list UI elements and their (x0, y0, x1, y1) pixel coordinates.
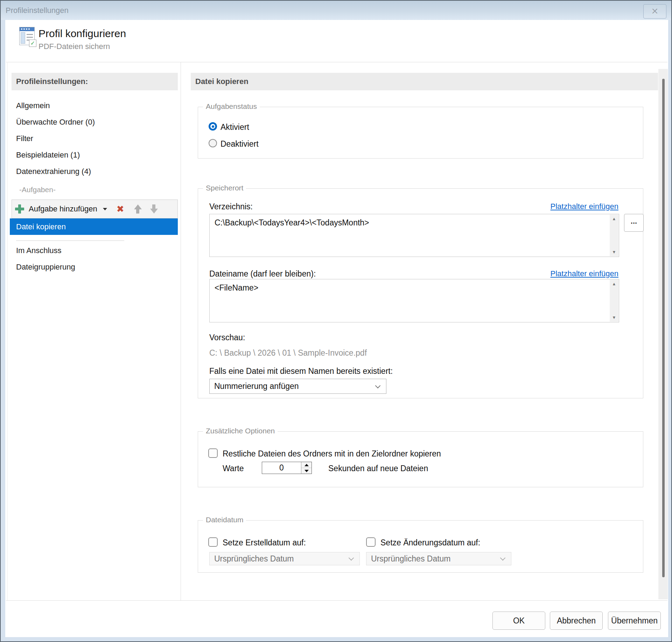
directory-input[interactable]: C:\Backup\<TodaysYear4>\<TodaysMonth> ▲ … (209, 214, 619, 257)
plus-icon (15, 204, 24, 214)
wait-suffix-label: Sekunden auf neue Dateien (328, 464, 428, 473)
placeholder-link-filename[interactable]: Platzhalter einfügen (551, 269, 618, 278)
scroll-down-icon[interactable]: ▼ (612, 315, 616, 320)
status-group: Aufgabenstatus Aktiviert Deaktiviert (198, 107, 643, 159)
location-group-legend: Speicherort (203, 184, 246, 192)
chevron-down-icon (375, 383, 381, 389)
created-date-dropdown-value: Ursprüngliches Datum (214, 554, 294, 564)
scroll-up-icon[interactable]: ▲ (612, 217, 616, 221)
panel-left-border (7, 62, 8, 600)
sidebar-item-datenextrahierung[interactable]: Datenextrahierung (4) (12, 163, 178, 180)
tasks-section-label: -Aufgaben- (19, 182, 56, 198)
filename-value: <FileName> (215, 283, 258, 292)
filename-input-scrollbar[interactable]: ▲ ▼ (610, 280, 618, 322)
add-task-button[interactable]: Aufgabe hinzufügen (29, 204, 97, 214)
icon-pane (21, 32, 25, 44)
titlebar: Profileinstellungen ✕ (1, 1, 671, 20)
created-date-dropdown[interactable]: Ursprüngliches Datum (209, 552, 360, 565)
move-down-button[interactable] (150, 204, 158, 214)
triangle-down-icon (304, 470, 309, 472)
modified-date-dropdown[interactable]: Ursprüngliches Datum (366, 552, 511, 565)
triangle-up-icon (304, 464, 309, 466)
filedate-group: Dateidatum Setze Erstelldatum auf: Setze… (198, 520, 643, 573)
sidebar-task-separator (16, 240, 124, 241)
scroll-down-icon[interactable]: ▼ (612, 250, 616, 254)
sidebar-item-dateigruppierung[interactable]: Dateigruppierung (12, 259, 178, 275)
preview-value: C: \ Backup \ 2026 \ 01 \ Sample-Invoice… (209, 348, 367, 358)
placeholder-link-directory[interactable]: Platzhalter einfügen (551, 202, 618, 211)
radio-aktiviert-label[interactable]: Aktiviert (220, 123, 249, 132)
filename-input[interactable]: <FileName> ▲ ▼ (209, 279, 619, 322)
scrollbar-thumb[interactable] (662, 79, 665, 577)
directory-label: Verzeichnis: (209, 202, 253, 211)
check-badge-icon: ✓ (29, 40, 36, 47)
dialog-body: ✓ Profil konfigurieren PDF-Dateien siche… (5, 20, 668, 637)
radio-aktiviert[interactable] (209, 122, 217, 131)
profile-config-icon: ✓ (19, 27, 35, 45)
wait-seconds-value: 0 (262, 462, 301, 474)
sidebar-item-allgemein[interactable]: Allgemein (12, 97, 178, 114)
move-up-button[interactable] (134, 204, 142, 214)
sidebar-item-filter[interactable]: Filter (12, 130, 178, 147)
sidebar-item-datei-kopieren[interactable]: Datei kopieren (10, 218, 178, 235)
modified-date-checkbox[interactable] (366, 537, 376, 547)
page-subtitle: PDF-Dateien sichern (38, 42, 110, 51)
copy-rest-label[interactable]: Restliche Dateien des Ordners mit in den… (223, 449, 441, 459)
filedate-group-legend: Dateidatum (203, 516, 246, 524)
cancel-button[interactable]: Abbrechen (550, 612, 603, 630)
ok-button[interactable]: OK (492, 612, 545, 630)
options-group-legend: Zusätzliche Optionen (203, 427, 278, 435)
copy-rest-checkbox[interactable] (208, 448, 218, 458)
directory-input-scrollbar[interactable]: ▲ ▼ (610, 215, 618, 256)
modified-date-dropdown-value: Ursprüngliches Datum (371, 554, 451, 564)
exists-dropdown[interactable]: Nummerierung anfügen (209, 379, 386, 394)
chevron-down-icon (349, 555, 354, 561)
created-date-label[interactable]: Setze Erstelldatum auf: (223, 538, 306, 547)
apply-button[interactable]: Übernehmen (608, 612, 661, 630)
page-title: Profil konfigurieren (38, 28, 126, 40)
header-separator (6, 62, 667, 62)
sidebar-main-separator (181, 62, 181, 600)
wait-seconds-stepper[interactable]: 0 (262, 462, 312, 474)
window-title: Profileinstellungen (6, 6, 69, 15)
exists-dropdown-value: Nummerierung anfügen (214, 382, 299, 391)
chevron-down-icon[interactable] (103, 208, 107, 210)
delete-task-button[interactable]: ✖ (117, 204, 124, 214)
sidebar-item-beispieldateien[interactable]: Beispieldateien (1) (12, 147, 178, 163)
location-group: Speicherort Verzeichnis: Platzhalter ein… (198, 188, 643, 398)
filename-label: Dateiname (darf leer bleiben): (209, 269, 316, 279)
footer-separator (6, 600, 667, 601)
modified-date-label[interactable]: Setze Änderungsdatum auf: (380, 538, 480, 547)
exists-label: Falls eine Datei mit diesem Namen bereit… (209, 367, 393, 376)
scroll-up-icon[interactable]: ▲ (612, 282, 616, 286)
status-group-legend: Aufgabenstatus (203, 102, 260, 111)
browse-button[interactable]: ... (624, 214, 644, 232)
icon-titlebar (20, 27, 34, 31)
spin-up-button[interactable] (301, 462, 312, 468)
directory-value: C:\Backup\<TodaysYear4>\<TodaysMonth> (215, 218, 369, 227)
main-panel-title: Datei kopieren (191, 73, 658, 90)
close-icon: ✕ (651, 6, 659, 16)
chevron-down-icon (500, 555, 506, 561)
radio-deaktiviert[interactable] (209, 139, 217, 147)
sidebar-header: Profileinstellungen: (12, 73, 178, 90)
main-scrollbar[interactable] (658, 69, 668, 599)
profile-settings-dialog: Profileinstellungen ✕ ✓ Profil konfiguri… (0, 0, 672, 642)
task-toolbar: Aufgabe hinzufügen ✖ (12, 200, 178, 218)
options-group: Zusätzliche Optionen Restliche Dateien d… (198, 431, 643, 487)
created-date-checkbox[interactable] (208, 537, 218, 547)
radio-deaktiviert-label[interactable]: Deaktiviert (220, 139, 259, 149)
sidebar-item-im-anschluss[interactable]: Im Anschluss (12, 242, 178, 259)
wait-label: Warte (223, 464, 244, 473)
close-button[interactable]: ✕ (643, 4, 666, 19)
spin-down-button[interactable] (301, 468, 312, 474)
preview-label: Vorschau: (209, 333, 245, 342)
sidebar-item-ueberwachte-ordner[interactable]: Überwachte Ordner (0) (12, 114, 178, 130)
